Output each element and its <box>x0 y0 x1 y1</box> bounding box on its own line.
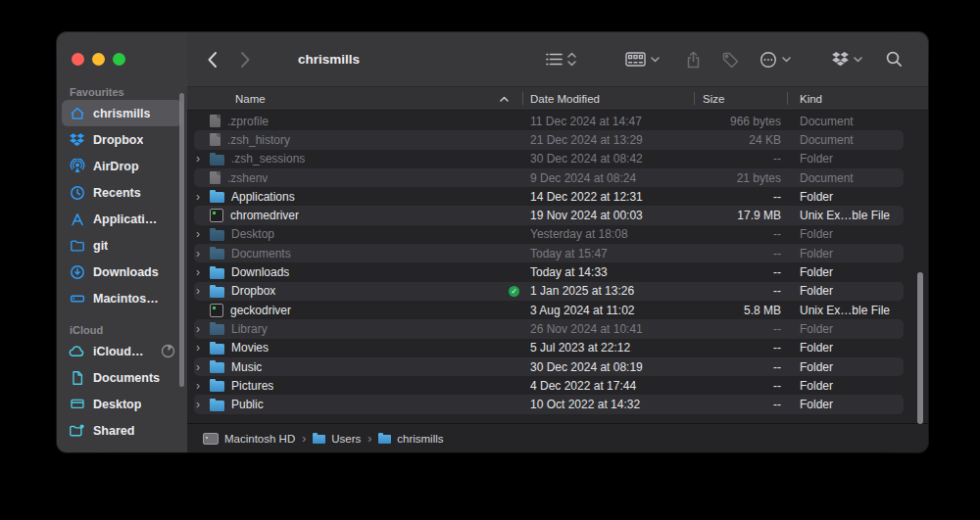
forward-button[interactable] <box>240 32 251 86</box>
disclosure-triangle-icon[interactable]: › <box>196 191 210 203</box>
table-row[interactable]: ›Dropbox✓ 1 Jan 2025 at 13:26 -- Folder <box>187 282 928 301</box>
table-row[interactable]: ›Music 30 Dec 2024 at 08:19 -- Folder <box>187 357 928 376</box>
file-kind: Document <box>787 115 928 128</box>
document-icon <box>210 115 220 127</box>
sidebar-item-icloud[interactable]: iCloud… <box>62 338 182 364</box>
document-icon <box>210 133 220 146</box>
sidebar-item-airdrop[interactable]: AirDrop <box>62 153 182 179</box>
sidebar-item-label: Applicati… <box>93 213 157 226</box>
main-pane: chrismills <box>187 32 928 452</box>
home-icon <box>69 105 85 121</box>
dropbox-toolbar-button[interactable] <box>832 32 862 86</box>
disclosure-triangle-icon[interactable]: › <box>196 380 210 392</box>
sidebar-item-recents[interactable]: Recents <box>62 179 182 206</box>
folder-icon <box>210 287 224 298</box>
column-divider[interactable] <box>694 92 695 105</box>
dropbox-icon <box>69 131 85 148</box>
file-kind: Folder <box>787 190 928 204</box>
sidebar-item-label: Desktop <box>93 398 141 411</box>
table-row[interactable]: ›Library 26 Nov 2024 at 10:41 -- Folder <box>187 319 928 338</box>
file-kind: Folder <box>787 398 928 411</box>
date-modified: 26 Nov 2024 at 10:41 <box>522 322 694 336</box>
table-row[interactable]: ›geckodriver 3 Aug 2024 at 11:02 5.8 MB … <box>187 301 928 319</box>
file-name: Downloads <box>231 265 289 279</box>
table-row[interactable]: ›Downloads Today at 14:33 -- Folder <box>187 262 928 281</box>
table-row[interactable]: ›Documents Today at 15:47 -- Folder <box>187 244 928 262</box>
disclosure-triangle-icon[interactable]: › <box>196 228 210 240</box>
table-row[interactable]: ›Applications 14 Dec 2022 at 12:31 -- Fo… <box>187 187 928 206</box>
file-kind: Unix Ex…ble File <box>787 209 928 222</box>
sort-ascending-icon <box>500 96 509 102</box>
file-name: .zprofile <box>227 115 269 128</box>
column-header-name[interactable]: Name <box>187 93 522 105</box>
date-modified: 30 Dec 2024 at 08:42 <box>522 152 694 165</box>
sidebar-item-shared[interactable]: Shared <box>62 417 182 444</box>
disclosure-triangle-icon[interactable]: › <box>196 266 210 278</box>
document-icon <box>210 171 220 184</box>
view-mode-button[interactable] <box>546 32 576 86</box>
tag-button[interactable] <box>722 32 739 86</box>
ellipsis-circle-icon <box>760 51 777 69</box>
path-item-chrismills[interactable]: chrismills <box>397 433 443 445</box>
folder-icon <box>210 401 224 411</box>
sidebar-item-chrismills[interactable]: chrismills <box>62 100 182 126</box>
table-row[interactable]: ›chromedriver 19 Nov 2024 at 00:03 17.9 … <box>187 206 928 224</box>
folder-icon <box>313 435 325 444</box>
applications-icon <box>69 211 85 227</box>
close-button[interactable] <box>72 53 84 66</box>
sidebar-item-git[interactable]: git <box>62 232 182 259</box>
table-row[interactable]: ›Public 10 Oct 2022 at 14:32 -- Folder <box>187 395 928 413</box>
table-row[interactable]: ›.zsh_history 21 Dec 2024 at 13:29 24 KB… <box>187 130 928 149</box>
column-divider[interactable] <box>522 92 523 105</box>
table-row[interactable]: ›Movies 5 Jul 2023 at 22:12 -- Folder <box>187 339 928 357</box>
sidebar-item-dropbox[interactable]: Dropbox <box>62 126 182 153</box>
sidebar-item-desktop[interactable]: Desktop <box>62 391 182 417</box>
date-modified: 30 Dec 2024 at 08:19 <box>522 360 694 374</box>
share-button[interactable] <box>686 32 701 86</box>
sidebar-item-applications[interactable]: Applicati… <box>62 206 182 232</box>
column-header-kind[interactable]: Kind <box>787 93 928 105</box>
cloud-icon <box>69 343 85 359</box>
back-button[interactable] <box>207 32 218 86</box>
path-item-macintosh-hd[interactable]: Macintosh HD <box>224 433 295 445</box>
disclosure-triangle-icon[interactable]: › <box>196 399 210 410</box>
file-name: .zsh_sessions <box>231 152 305 165</box>
table-row[interactable]: ›.zshenv 9 Dec 2024 at 08:24 21 bytes Do… <box>187 168 928 187</box>
sidebar-item-downloads[interactable]: Downloads <box>62 259 182 285</box>
file-size: 17.9 MB <box>694 209 787 222</box>
path-separator: › <box>368 432 371 446</box>
table-row[interactable]: ›Desktop Yesterday at 18:08 -- Folder <box>187 225 928 244</box>
column-divider[interactable] <box>787 92 788 105</box>
file-name: Applications <box>231 190 295 204</box>
table-row[interactable]: ›Pictures 4 Dec 2022 at 17:44 -- Folder <box>187 376 928 395</box>
sidebar-scrollbar[interactable] <box>179 93 184 387</box>
column-header-date-modified[interactable]: Date Modified <box>522 93 694 105</box>
folder-icon <box>210 344 224 355</box>
disclosure-triangle-icon[interactable]: › <box>196 361 210 373</box>
sidebar-item-macintosh-hd[interactable]: Macintos… <box>62 285 182 311</box>
disclosure-triangle-icon[interactable]: › <box>196 342 210 354</box>
path-item-users[interactable]: Users <box>331 433 361 445</box>
column-header-size[interactable]: Size <box>694 93 787 105</box>
file-size: -- <box>694 265 787 279</box>
disclosure-triangle-icon[interactable]: › <box>196 153 210 165</box>
table-row[interactable]: ›.zprofile 11 Dec 2024 at 14:47 966 byte… <box>187 112 928 130</box>
window-controls <box>72 53 125 66</box>
more-actions-button[interactable] <box>760 32 791 86</box>
disclosure-triangle-icon[interactable]: › <box>196 248 210 260</box>
file-kind: Folder <box>787 341 928 355</box>
minimize-button[interactable] <box>92 53 105 66</box>
file-name: Desktop <box>231 227 274 241</box>
list-scrollbar[interactable] <box>917 272 923 424</box>
disclosure-triangle-icon[interactable]: › <box>196 323 210 335</box>
chevron-down-icon <box>854 57 862 63</box>
group-button[interactable] <box>625 32 660 86</box>
file-size: -- <box>694 379 787 393</box>
sidebar-item-documents[interactable]: Documents <box>62 364 182 391</box>
file-kind: Folder <box>787 322 928 336</box>
search-button[interactable] <box>886 32 903 86</box>
zoom-button[interactable] <box>113 53 125 66</box>
disclosure-triangle-icon[interactable]: › <box>196 285 210 297</box>
table-row[interactable]: ›.zsh_sessions 30 Dec 2024 at 08:42 -- F… <box>187 150 928 168</box>
file-kind: Folder <box>787 284 928 298</box>
